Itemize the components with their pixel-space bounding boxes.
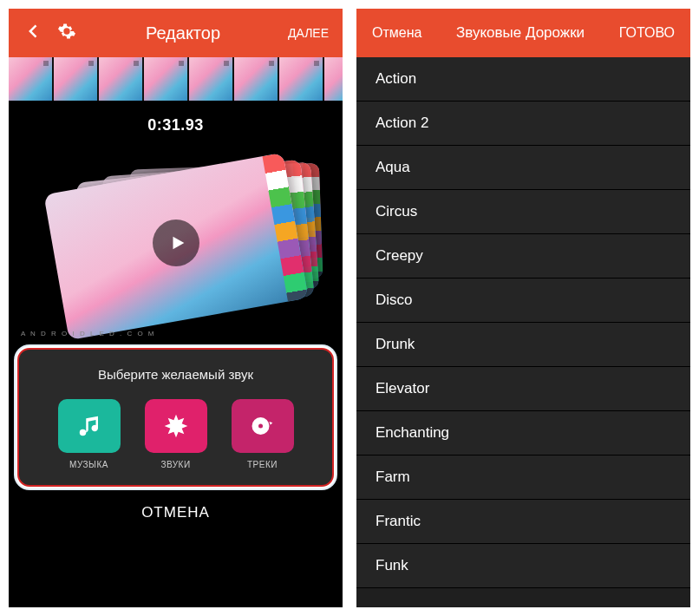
editor-screen: Редактор ДАЛЕЕ 0:31.93 A N D R O I D L E…: [9, 9, 343, 607]
sheet-title: Выберите желаемый звук: [28, 367, 323, 382]
list-item[interactable]: Enchanting: [356, 411, 690, 455]
next-button[interactable]: ДАЛЕЕ: [283, 26, 334, 40]
done-button[interactable]: ГОТОВО: [619, 25, 675, 41]
list-item[interactable]: Creepy: [356, 234, 690, 279]
cancel-button[interactable]: ОТМЕНА: [9, 487, 343, 539]
timeline-thumb[interactable]: [9, 57, 52, 101]
burst-icon: [145, 399, 207, 453]
tracks-label: ТРЕКИ: [232, 460, 294, 469]
timeline-thumb[interactable]: [189, 57, 232, 101]
timeline-thumb[interactable]: [144, 57, 187, 101]
music-icon: [58, 399, 121, 453]
sound-options: МУЗЫКА ЗВУКИ ТРЕКИ: [28, 399, 323, 469]
timeline-thumb[interactable]: [54, 57, 97, 101]
sound-picker-sheet: Выберите желаемый звук МУЗЫКА ЗВУКИ: [17, 348, 334, 487]
timeline-thumb[interactable]: [99, 57, 142, 101]
play-icon[interactable]: [153, 220, 199, 266]
disc-icon: [232, 399, 294, 453]
timeline-thumb[interactable]: [234, 57, 278, 101]
tracks-option[interactable]: ТРЕКИ: [232, 399, 294, 469]
list-item[interactable]: Circus: [356, 190, 690, 234]
timecode: 0:31.93: [9, 101, 343, 143]
music-label: МУЗЫКА: [58, 460, 121, 469]
list-item[interactable]: Funk: [356, 544, 690, 588]
timeline-thumb[interactable]: [279, 57, 323, 101]
list-item[interactable]: Elevator: [356, 367, 690, 411]
settings-icon[interactable]: [50, 22, 83, 44]
sounds-label: ЗВУКИ: [145, 460, 207, 469]
music-option[interactable]: МУЗЫКА: [58, 399, 121, 469]
list-item[interactable]: Action 2: [356, 102, 690, 146]
list-item[interactable]: Disco: [356, 279, 690, 323]
header-title: Редактор: [83, 23, 283, 43]
watermark: A N D R O I D L E D . C O M: [21, 330, 156, 337]
back-icon[interactable]: [17, 23, 50, 43]
list-item[interactable]: Aqua: [356, 146, 690, 190]
video-preview[interactable]: A N D R O I D L E D . C O M: [9, 143, 343, 343]
tracks-header: Отмена Звуковые Дорожки ГОТОВО: [356, 9, 690, 57]
list-item[interactable]: Action: [356, 57, 690, 102]
list-item[interactable]: Frantic: [356, 500, 690, 544]
tracks-screen: Отмена Звуковые Дорожки ГОТОВО Action Ac…: [356, 9, 690, 607]
sounds-option[interactable]: ЗВУКИ: [145, 399, 207, 469]
list-item[interactable]: Drunk: [356, 323, 690, 367]
list-item[interactable]: Farm: [356, 455, 690, 500]
editor-header: Редактор ДАЛЕЕ: [9, 9, 343, 57]
header-title: Звуковые Дорожки: [456, 24, 585, 42]
timeline-thumb[interactable]: [324, 57, 343, 101]
timeline[interactable]: [9, 57, 343, 101]
svg-point-1: [258, 424, 263, 429]
cancel-button[interactable]: Отмена: [372, 25, 421, 41]
track-list[interactable]: Action Action 2 Aqua Circus Creepy Disco…: [356, 57, 690, 607]
